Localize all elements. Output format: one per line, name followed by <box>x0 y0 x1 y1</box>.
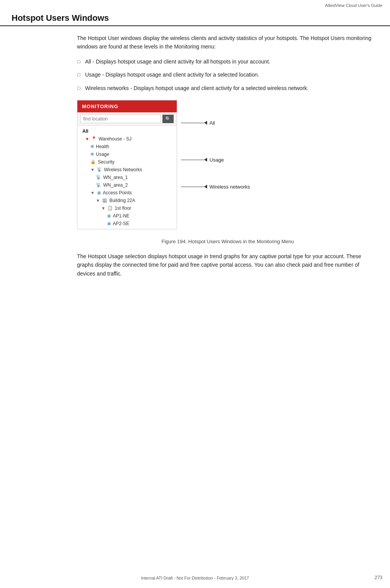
annotation-all: All <box>181 120 215 126</box>
tree-item-wn2-label: WN_area_2 <box>103 182 128 188</box>
annotation-wireless: Wireless networks <box>181 184 250 190</box>
security-icon: 🔒 <box>90 159 96 164</box>
arrow-usage-icon <box>204 158 207 162</box>
guide-title: AlliedView Cloud User's Guide <box>325 3 382 8</box>
tree-item-security-label: Security <box>98 159 114 165</box>
tree-item-building[interactable]: ▼ 🏢 Building 22A <box>77 197 177 204</box>
bullet-item-wireless: Wireless networks - Displays hotspot usa… <box>77 84 378 92</box>
page-title: Hotspot Users Windows <box>12 13 378 23</box>
tree-item-floor[interactable]: ▼ 📋 1st floor <box>77 204 177 212</box>
page-number: 273 <box>375 575 382 580</box>
monitoring-header: MONITORING <box>77 100 177 112</box>
usage-icon: ⊕ <box>90 152 94 157</box>
figure-wrapper: MONITORING 🔍 All ▼ 📍 Warehouse <box>77 100 378 244</box>
floor-icon: 📋 <box>107 205 113 210</box>
tree-item-wn1-label: WN_area_1 <box>103 175 128 180</box>
wireless-icon: 📡 <box>97 167 102 172</box>
bullet-list: All - Displays hotspot usage and client … <box>77 57 378 92</box>
draft-notice: Internal ATI Draft - Not For Distributio… <box>141 576 249 580</box>
arrow-wireless-icon <box>204 185 207 189</box>
tree-item-all[interactable]: All <box>77 127 177 135</box>
expand-icon: ▼ <box>85 137 89 141</box>
annotation-usage: Usage <box>181 157 224 163</box>
expand-building-icon: ▼ <box>96 198 100 203</box>
arrow-all-icon <box>204 121 207 125</box>
bullet-item-all: All - Displays hotspot usage and client … <box>77 57 378 66</box>
page-footer: Internal ATI Draft - Not For Distributio… <box>0 576 390 580</box>
tree-item-wireless-networks-label: Wireless Networks <box>104 167 142 172</box>
annotation-all-text: All <box>209 120 215 126</box>
tree-item-wireless-networks[interactable]: ▼ 📡 Wireless Networks <box>77 166 177 174</box>
figure-caption: Figure 194. Hotspot Users Windows in the… <box>77 239 378 244</box>
tree-item-all-label: All <box>82 129 88 134</box>
ap1-icon: 🖥 <box>107 214 111 218</box>
annotations-area: All Usage Wireless networks <box>181 100 296 231</box>
annotation-wireless-text: Wireless networks <box>209 184 250 190</box>
tree-item-ap2-label: AP2-SE <box>113 221 129 226</box>
tree-item-access-points[interactable]: ▼ 🖥 Access Points <box>77 189 177 197</box>
annotation-wireless-line <box>181 187 204 187</box>
intro-text: The Hotspot User windows display the wir… <box>77 34 378 51</box>
bullet-item-wireless-text: Wireless networks - Displays hotspot usa… <box>85 84 308 92</box>
tree-item-usage[interactable]: ⊕ Usage <box>77 150 177 158</box>
search-input[interactable] <box>80 115 161 123</box>
wn1-icon: 📡 <box>96 175 101 180</box>
tree-item-health-label: Health <box>96 144 109 149</box>
bullet-item-usage: Usage - Displays hotspot usage and clien… <box>77 70 378 79</box>
health-icon: ⊕ <box>90 144 94 149</box>
tree-item-building-label: Building 22A <box>109 198 135 203</box>
annotation-usage-line <box>181 160 204 160</box>
tree-item-ap2[interactable]: 🖥 AP2-SE <box>77 220 177 227</box>
annotation-usage-text: Usage <box>209 157 224 163</box>
tree-items: All ▼ 📍 Warehouse - SJ ⊕ Health <box>77 126 177 229</box>
content-area: The Hotspot User windows display the wir… <box>0 34 390 278</box>
tree-item-security[interactable]: 🔒 Security <box>77 158 177 166</box>
expand-ap-icon: ▼ <box>90 190 95 195</box>
expand-floor-icon: ▼ <box>101 206 105 210</box>
figure-container: MONITORING 🔍 All ▼ 📍 Warehouse <box>77 100 378 231</box>
expand-wireless-icon: ▼ <box>90 167 95 172</box>
tree-item-floor-label: 1st floor <box>115 205 131 211</box>
tree-item-health[interactable]: ⊕ Health <box>77 143 177 150</box>
tree-item-ap1[interactable]: 🖥 AP1-NE <box>77 212 177 220</box>
ap-icon: 🖥 <box>97 190 101 195</box>
location-icon: 📍 <box>91 136 97 141</box>
search-button[interactable]: 🔍 <box>162 115 174 123</box>
tree-item-wn-area-1[interactable]: 📡 WN_area_1 <box>77 174 177 181</box>
building-icon: 🏢 <box>102 198 107 203</box>
search-bar: 🔍 <box>77 112 177 126</box>
tree-item-warehouse[interactable]: ▼ 📍 Warehouse - SJ <box>77 135 177 143</box>
bullet-item-usage-text: Usage - Displays hotspot usage and clien… <box>85 70 259 79</box>
tree-item-ap1-label: AP1-NE <box>113 213 129 219</box>
annotation-all-line <box>181 123 204 123</box>
monitoring-panel: MONITORING 🔍 All ▼ 📍 Warehouse <box>77 100 177 229</box>
ap2-icon: 🖥 <box>107 221 111 226</box>
bullet-item-all-text: All - Displays hotspot usage and client … <box>85 57 270 66</box>
bottom-text: The Hotspot Usage selection displays hot… <box>77 252 378 278</box>
wn2-icon: 📡 <box>96 182 101 187</box>
tree-item-warehouse-label: Warehouse - SJ <box>99 136 132 142</box>
tree-item-access-points-label: Access Points <box>103 190 132 195</box>
page-header: AlliedView Cloud User's Guide <box>0 0 390 9</box>
page-title-section: Hotspot Users Windows <box>0 9 390 26</box>
tree-item-wn-area-2[interactable]: 📡 WN_area_2 <box>77 181 177 189</box>
tree-item-usage-label: Usage <box>96 152 109 157</box>
